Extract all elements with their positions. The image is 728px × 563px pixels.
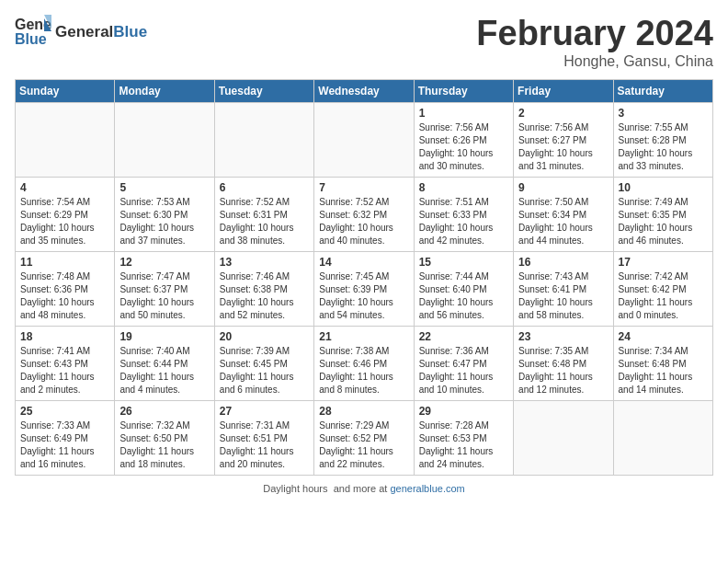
day-number: 23 [518,330,608,343]
calendar-cell: 18Sunrise: 7:41 AM Sunset: 6:43 PM Dayli… [16,326,115,400]
calendar-cell: 9Sunrise: 7:50 AM Sunset: 6:34 PM Daylig… [514,177,613,251]
day-info: Sunrise: 7:29 AM Sunset: 6:52 PM Dayligh… [319,419,408,471]
calendar-week-row: 18Sunrise: 7:41 AM Sunset: 6:43 PM Dayli… [16,326,713,400]
day-number: 9 [518,181,608,194]
footer: Daylight hours and more at generalblue.c… [15,483,713,494]
day-number: 6 [220,181,309,194]
calendar-cell: 13Sunrise: 7:46 AM Sunset: 6:38 PM Dayli… [214,251,313,326]
calendar-cell: 4Sunrise: 7:54 AM Sunset: 6:29 PM Daylig… [16,177,115,251]
footer-link[interactable]: generalblue.com [390,483,464,494]
day-info: Sunrise: 7:48 AM Sunset: 6:36 PM Dayligh… [20,270,109,322]
calendar-cell [514,400,613,475]
day-number: 14 [319,256,408,269]
day-info: Sunrise: 7:50 AM Sunset: 6:34 PM Dayligh… [518,196,608,247]
day-info: Sunrise: 7:43 AM Sunset: 6:41 PM Dayligh… [518,270,608,322]
calendar-cell: 25Sunrise: 7:33 AM Sunset: 6:49 PM Dayli… [16,400,115,475]
calendar-cell: 26Sunrise: 7:32 AM Sunset: 6:50 PM Dayli… [115,400,214,475]
day-number: 16 [518,256,608,269]
day-info: Sunrise: 7:47 AM Sunset: 6:37 PM Dayligh… [119,270,209,322]
day-number: 22 [419,330,508,343]
calendar-cell: 23Sunrise: 7:35 AM Sunset: 6:48 PM Dayli… [514,326,613,400]
calendar-cell [115,102,214,177]
title-area: February 2024 Honghe, Gansu, China [476,15,713,70]
day-info: Sunrise: 7:56 AM Sunset: 6:27 PM Dayligh… [518,121,608,173]
svg-text:Blue: Blue [15,31,47,47]
day-number: 7 [319,181,408,194]
calendar-cell: 11Sunrise: 7:48 AM Sunset: 6:36 PM Dayli… [16,251,115,326]
day-number: 5 [119,181,209,194]
calendar-title: February 2024 [476,15,713,53]
day-info: Sunrise: 7:54 AM Sunset: 6:29 PM Dayligh… [20,196,109,247]
calendar-day-header: Tuesday [214,79,313,102]
calendar-week-row: 25Sunrise: 7:33 AM Sunset: 6:49 PM Dayli… [16,400,713,475]
day-number: 1 [419,107,508,120]
logo-icon: General Blue [15,15,51,48]
calendar-cell: 6Sunrise: 7:52 AM Sunset: 6:31 PM Daylig… [214,177,313,251]
day-info: Sunrise: 7:33 AM Sunset: 6:49 PM Dayligh… [20,419,109,471]
calendar-cell: 16Sunrise: 7:43 AM Sunset: 6:41 PM Dayli… [514,251,613,326]
calendar-day-header: Saturday [613,79,712,102]
day-number: 12 [119,256,209,269]
calendar-cell [214,102,313,177]
logo-general: General [55,23,113,40]
day-number: 4 [20,181,109,194]
day-info: Sunrise: 7:55 AM Sunset: 6:28 PM Dayligh… [619,121,708,173]
day-number: 8 [419,181,508,194]
calendar-header-row: SundayMondayTuesdayWednesdayThursdayFrid… [16,79,713,102]
calendar-cell: 5Sunrise: 7:53 AM Sunset: 6:30 PM Daylig… [115,177,214,251]
calendar-day-header: Sunday [16,79,115,102]
calendar-cell: 21Sunrise: 7:38 AM Sunset: 6:46 PM Dayli… [314,326,414,400]
day-info: Sunrise: 7:38 AM Sunset: 6:46 PM Dayligh… [319,345,408,396]
day-number: 20 [220,330,309,343]
calendar-cell: 3Sunrise: 7:55 AM Sunset: 6:28 PM Daylig… [613,102,712,177]
logo-blue: Blue [113,23,147,40]
calendar-cell: 20Sunrise: 7:39 AM Sunset: 6:45 PM Dayli… [214,326,313,400]
day-info: Sunrise: 7:35 AM Sunset: 6:48 PM Dayligh… [518,345,608,396]
calendar-cell: 22Sunrise: 7:36 AM Sunset: 6:47 PM Dayli… [414,326,513,400]
day-info: Sunrise: 7:39 AM Sunset: 6:45 PM Dayligh… [220,345,309,396]
day-number: 26 [119,405,209,418]
day-info: Sunrise: 7:31 AM Sunset: 6:51 PM Dayligh… [220,419,309,471]
calendar-cell: 8Sunrise: 7:51 AM Sunset: 6:33 PM Daylig… [414,177,513,251]
calendar-cell: 14Sunrise: 7:45 AM Sunset: 6:39 PM Dayli… [314,251,414,326]
day-number: 13 [220,256,309,269]
day-info: Sunrise: 7:52 AM Sunset: 6:32 PM Dayligh… [319,196,408,247]
day-number: 10 [619,181,708,194]
day-info: Sunrise: 7:53 AM Sunset: 6:30 PM Dayligh… [119,196,209,247]
calendar-cell: 24Sunrise: 7:34 AM Sunset: 6:48 PM Dayli… [613,326,712,400]
day-number: 28 [319,405,408,418]
footer-text: Daylight hours [263,483,327,494]
day-info: Sunrise: 7:45 AM Sunset: 6:39 PM Dayligh… [319,270,408,322]
day-number: 3 [619,107,708,120]
day-number: 11 [20,256,109,269]
logo: General Blue GeneralBlue [15,15,147,48]
day-info: Sunrise: 7:52 AM Sunset: 6:31 PM Dayligh… [220,196,309,247]
calendar-week-row: 4Sunrise: 7:54 AM Sunset: 6:29 PM Daylig… [16,177,713,251]
calendar-cell: 12Sunrise: 7:47 AM Sunset: 6:37 PM Dayli… [115,251,214,326]
calendar-cell: 2Sunrise: 7:56 AM Sunset: 6:27 PM Daylig… [514,102,613,177]
day-info: Sunrise: 7:34 AM Sunset: 6:48 PM Dayligh… [619,345,708,396]
calendar-day-header: Monday [115,79,214,102]
calendar-cell [613,400,712,475]
day-number: 2 [518,107,608,120]
calendar-cell: 17Sunrise: 7:42 AM Sunset: 6:42 PM Dayli… [613,251,712,326]
calendar-week-row: 11Sunrise: 7:48 AM Sunset: 6:36 PM Dayli… [16,251,713,326]
day-number: 17 [619,256,708,269]
day-number: 25 [20,405,109,418]
day-info: Sunrise: 7:51 AM Sunset: 6:33 PM Dayligh… [419,196,508,247]
calendar-table: SundayMondayTuesdayWednesdayThursdayFrid… [15,79,713,476]
calendar-cell: 29Sunrise: 7:28 AM Sunset: 6:53 PM Dayli… [414,400,513,475]
calendar-cell: 1Sunrise: 7:56 AM Sunset: 6:26 PM Daylig… [414,102,513,177]
header: General Blue GeneralBlue February 2024 H… [15,15,713,70]
day-info: Sunrise: 7:41 AM Sunset: 6:43 PM Dayligh… [20,345,109,396]
calendar-day-header: Friday [514,79,613,102]
day-info: Sunrise: 7:36 AM Sunset: 6:47 PM Dayligh… [419,345,508,396]
day-info: Sunrise: 7:40 AM Sunset: 6:44 PM Dayligh… [119,345,209,396]
calendar-location: Honghe, Gansu, China [476,53,713,70]
day-number: 24 [619,330,708,343]
calendar-cell: 10Sunrise: 7:49 AM Sunset: 6:35 PM Dayli… [613,177,712,251]
day-info: Sunrise: 7:56 AM Sunset: 6:26 PM Dayligh… [419,121,508,173]
calendar-cell: 15Sunrise: 7:44 AM Sunset: 6:40 PM Dayli… [414,251,513,326]
day-number: 21 [319,330,408,343]
day-number: 27 [220,405,309,418]
